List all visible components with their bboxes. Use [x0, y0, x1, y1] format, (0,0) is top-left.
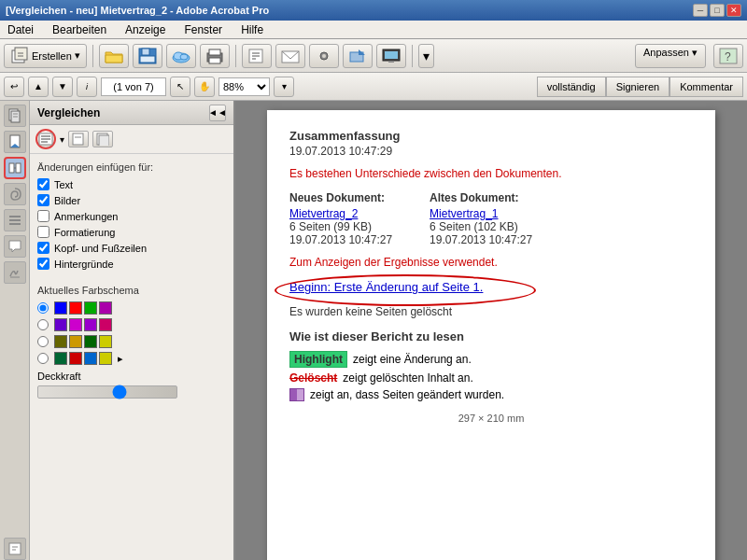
- svg-rect-38: [9, 223, 21, 225]
- menu-hilfe[interactable]: Hilfe: [237, 22, 267, 37]
- menu-fenster[interactable]: Fenster: [180, 22, 226, 37]
- panel-doc2-button[interactable]: [92, 131, 113, 147]
- document-page: Zusammenfassung 19.07.2013 10:47:29 Es b…: [267, 110, 715, 560]
- print-icon: [204, 47, 225, 65]
- highlight-sample: Highlight: [289, 351, 347, 368]
- checkbox-hintergrunde-label: Hintergründe: [54, 259, 114, 270]
- menu-bearbeiten[interactable]: Bearbeiten: [49, 22, 110, 37]
- checkbox-hintergrunde[interactable]: [37, 258, 49, 270]
- zoom-dropdown-button[interactable]: ▾: [274, 77, 294, 97]
- erstellen-button[interactable]: Erstellen ▾: [4, 44, 87, 68]
- doc-altes-info2: 19.07.2013 10:47:27: [430, 233, 532, 246]
- panel-header: Vergleichen ◄◄: [30, 101, 233, 125]
- svg-rect-11: [209, 49, 220, 55]
- color-box-3-3: [84, 335, 97, 348]
- checkbox-bilder-row: Bilder: [37, 194, 226, 206]
- minimize-button[interactable]: ─: [693, 4, 708, 17]
- page-input[interactable]: [101, 77, 166, 96]
- color-radio-4[interactable]: [37, 353, 49, 364]
- help-icon: ?: [718, 47, 739, 65]
- panel-list-button[interactable]: [35, 129, 56, 149]
- checkbox-anmerkungen[interactable]: [37, 210, 49, 222]
- monitor-button[interactable]: [376, 44, 406, 68]
- nav-up-button[interactable]: ▲: [28, 77, 49, 97]
- help-button[interactable]: ?: [713, 44, 743, 68]
- color-scheme-4: ▸: [37, 352, 226, 365]
- zoom-select[interactable]: 88% 100% 75%: [218, 77, 270, 96]
- color-box-3-4: [99, 335, 112, 348]
- nav-back-button[interactable]: ↩: [4, 77, 24, 97]
- nav-info-button[interactable]: i: [77, 77, 97, 97]
- color-box-4-3: [84, 352, 97, 365]
- color-radio-2[interactable]: [37, 319, 49, 330]
- checkbox-text-label: Text: [54, 179, 73, 190]
- svg-rect-36: [9, 216, 21, 217]
- sidebar-compare-icon[interactable]: [4, 157, 26, 179]
- sidebar-pages-icon[interactable]: [4, 105, 26, 127]
- hand-tool-button[interactable]: ✋: [194, 77, 215, 97]
- sidebar-attachments-icon[interactable]: [4, 183, 26, 205]
- doc-altes-info1: 6 Seiten (102 KB): [430, 220, 532, 233]
- checkbox-kopf[interactable]: [37, 242, 49, 254]
- more-colors-icon: ▸: [118, 353, 123, 365]
- maximize-button[interactable]: □: [710, 4, 725, 17]
- nav-down-button[interactable]: ▼: [52, 77, 73, 97]
- sidebar-layers-icon[interactable]: [4, 209, 26, 231]
- share-button[interactable]: [343, 44, 373, 68]
- doc-begin-link[interactable]: Beginn: Erste Änderung auf Seite 1.: [289, 280, 483, 294]
- doc-neues-link[interactable]: Mietvertrag_2: [289, 207, 358, 220]
- color-box-2-3: [84, 318, 97, 331]
- panel-collapse-button[interactable]: ◄◄: [209, 105, 226, 121]
- svg-rect-5: [142, 49, 149, 55]
- cloud-button[interactable]: [166, 44, 196, 68]
- color-box-4-2: [69, 352, 82, 365]
- doc-altes-col: Altes Dokument: Mietvertrag_1 6 Seiten (…: [430, 191, 532, 246]
- opacity-slider[interactable]: [37, 385, 177, 399]
- email-button[interactable]: [275, 44, 305, 68]
- sidebar-bookmarks-icon[interactable]: [4, 131, 26, 153]
- anpassen-button[interactable]: Anpassen ▾: [635, 44, 706, 68]
- close-button[interactable]: ✕: [726, 4, 741, 17]
- save-icon: [137, 47, 158, 65]
- select-tool-button[interactable]: ↖: [170, 77, 190, 97]
- color-box-1-2: [69, 301, 82, 315]
- doc-page-size: 297 × 210 mm: [289, 413, 693, 424]
- color-box-1-1: [54, 301, 67, 315]
- doc-altes-label: Altes Dokument:: [430, 191, 532, 204]
- svg-marker-21: [359, 49, 365, 55]
- color-radio-1[interactable]: [37, 302, 49, 314]
- color-swatch-2: [54, 318, 112, 331]
- panel-doc1-button[interactable]: [68, 131, 89, 147]
- highlight-desc: zeigt eine Änderung an.: [353, 353, 472, 366]
- sidebar-extra-icon[interactable]: [4, 538, 26, 560]
- color-radio-3[interactable]: [37, 336, 49, 347]
- signieren-button[interactable]: Signieren: [606, 77, 669, 97]
- menu-datei[interactable]: Datei: [4, 22, 37, 37]
- sidebar-signatures-icon[interactable]: [4, 261, 26, 284]
- doc-begin-container: Beginn: Erste Änderung auf Seite 1.: [289, 280, 693, 294]
- änderungen-label: Änderungen einfügen für:: [37, 161, 226, 173]
- checkbox-text[interactable]: [37, 178, 49, 190]
- doc-altes-link[interactable]: Mietvertrag_1: [430, 207, 498, 220]
- checkbox-formatierung[interactable]: [37, 226, 49, 238]
- color-box-1-4: [99, 301, 112, 315]
- color-box-2-2: [69, 318, 82, 331]
- extra-button[interactable]: ▾: [418, 44, 434, 68]
- menu-anzeige[interactable]: Anzeige: [121, 22, 169, 37]
- doc-how-title: Wie ist dieser Bericht zu lesen: [289, 329, 693, 343]
- checkbox-bilder[interactable]: [37, 194, 49, 206]
- kommentar-button[interactable]: Kommentar: [669, 77, 743, 97]
- edit-button[interactable]: [242, 44, 272, 68]
- settings-button[interactable]: [309, 44, 339, 68]
- svg-rect-34: [16, 163, 21, 173]
- open-button[interactable]: [99, 44, 129, 68]
- save-button[interactable]: [133, 44, 162, 68]
- sidebar-comments-icon[interactable]: [4, 235, 26, 258]
- doc-neues-col: Neues Dokument: Mietvertrag_2 6 Seiten (…: [289, 191, 392, 246]
- color-swatch-1: [54, 301, 112, 315]
- svg-rect-40: [9, 543, 21, 554]
- vollstandig-button[interactable]: vollständig: [537, 77, 606, 97]
- svg-rect-12: [209, 58, 220, 63]
- print-button[interactable]: [200, 44, 230, 68]
- document-area[interactable]: Zusammenfassung 19.07.2013 10:47:29 Es b…: [235, 101, 747, 560]
